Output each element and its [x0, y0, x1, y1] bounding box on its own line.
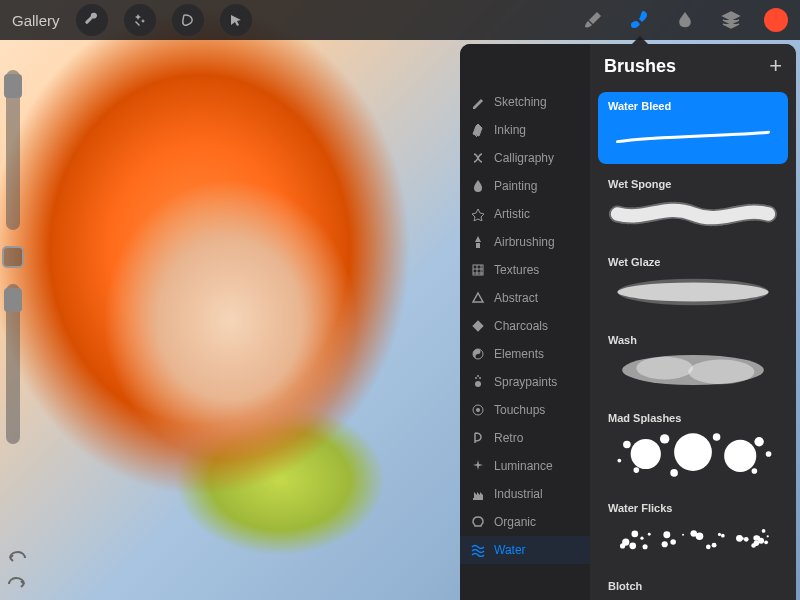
category-item[interactable]: Organic: [460, 508, 590, 536]
brush-item[interactable]: Water Flicks: [598, 494, 788, 566]
droplet-icon: [470, 179, 486, 193]
category-item[interactable]: Charcoals: [460, 312, 590, 340]
add-brush-button[interactable]: +: [769, 53, 782, 79]
category-item[interactable]: Calligraphy: [460, 144, 590, 172]
brush-item[interactable]: Water Bleed: [598, 92, 788, 164]
gallery-button[interactable]: Gallery: [12, 12, 60, 29]
category-item[interactable]: Industrial: [460, 480, 590, 508]
category-item[interactable]: Textures: [460, 256, 590, 284]
brush-item[interactable]: Blotch: [598, 572, 788, 600]
brush-scroll[interactable]: Water BleedWet SpongeWet GlazeWashMad Sp…: [590, 44, 796, 600]
svg-point-5: [479, 377, 481, 379]
selection-icon: [181, 13, 195, 27]
brush-size-slider[interactable]: [6, 70, 20, 230]
svg-point-20: [754, 437, 763, 446]
svg-point-50: [696, 532, 704, 540]
selection-button[interactable]: [172, 4, 204, 36]
category-label: Organic: [494, 515, 536, 529]
category-label: Artistic: [494, 207, 530, 221]
category-item[interactable]: Retro: [460, 424, 590, 452]
svg-point-36: [706, 545, 711, 550]
category-item[interactable]: Elements: [460, 340, 590, 368]
svg-point-3: [475, 381, 481, 387]
svg-point-8: [476, 408, 480, 412]
top-toolbar: Gallery: [0, 0, 800, 40]
wand-icon: [132, 12, 148, 28]
svg-point-43: [632, 531, 639, 538]
svg-point-23: [752, 468, 758, 474]
redo-button[interactable]: [6, 574, 28, 590]
brush-item[interactable]: Mad Splashes: [598, 404, 788, 488]
category-label: Sketching: [494, 95, 547, 109]
svg-point-45: [629, 543, 636, 550]
category-item[interactable]: Artistic: [460, 200, 590, 228]
svg-point-10: [617, 279, 768, 305]
svg-point-22: [670, 469, 678, 477]
brush-library-button[interactable]: [626, 7, 652, 33]
modify-button[interactable]: [2, 246, 24, 268]
undo-button[interactable]: [6, 548, 28, 564]
panel-title: Brushes: [604, 56, 676, 77]
artistic-icon: [470, 207, 486, 221]
redo-icon: [6, 574, 28, 590]
category-label: Painting: [494, 179, 537, 193]
brush-size-thumb[interactable]: [4, 74, 22, 98]
svg-point-4: [475, 377, 477, 379]
category-item[interactable]: Sketching: [460, 88, 590, 116]
svg-point-44: [643, 544, 648, 549]
brush-categories-list[interactable]: SketchingInkingCalligraphyPaintingArtist…: [460, 44, 590, 600]
svg-rect-1: [472, 320, 483, 331]
opacity-thumb[interactable]: [4, 288, 22, 312]
brush-name: Water Bleed: [608, 100, 778, 112]
color-picker-button[interactable]: [764, 8, 788, 32]
category-label: Calligraphy: [494, 151, 554, 165]
category-label: Charcoals: [494, 319, 548, 333]
svg-point-6: [477, 375, 479, 377]
actions-button[interactable]: [124, 4, 156, 36]
svg-point-34: [762, 529, 766, 533]
layers-icon: [720, 9, 742, 31]
retro-icon: [470, 431, 486, 445]
history-controls: [6, 548, 28, 590]
svg-point-30: [663, 531, 670, 538]
category-item[interactable]: Inking: [460, 116, 590, 144]
brush-name: Wet Glaze: [608, 256, 778, 268]
brush-name: Wet Sponge: [608, 178, 778, 190]
category-item[interactable]: Luminance: [460, 452, 590, 480]
category-label: Luminance: [494, 459, 553, 473]
category-item[interactable]: Painting: [460, 172, 590, 200]
svg-point-39: [764, 540, 768, 544]
svg-point-55: [648, 533, 651, 536]
texture-icon: [470, 263, 486, 277]
eraser-tool-button[interactable]: [718, 7, 744, 33]
brush-item[interactable]: Wash: [598, 326, 788, 398]
category-label: Elements: [494, 347, 544, 361]
adjustments-button[interactable]: [76, 4, 108, 36]
airbrush-icon: [470, 235, 486, 249]
paint-tool-button[interactable]: [580, 7, 606, 33]
organic-icon: [470, 515, 486, 529]
panel-header: Brushes +: [590, 44, 796, 88]
category-item[interactable]: Water: [460, 536, 590, 564]
smudge-tool-button[interactable]: [672, 7, 698, 33]
brush-name: Blotch: [608, 580, 778, 592]
arrow-cursor-icon: [229, 13, 243, 27]
category-item[interactable]: Touchups: [460, 396, 590, 424]
category-label: Touchups: [494, 403, 545, 417]
transform-button[interactable]: [220, 4, 252, 36]
category-item[interactable]: Abstract: [460, 284, 590, 312]
opacity-slider[interactable]: [6, 284, 20, 444]
category-item[interactable]: Airbrushing: [460, 228, 590, 256]
brush-name: Mad Splashes: [608, 412, 778, 424]
category-item[interactable]: Spraypaints: [460, 368, 590, 396]
brush-item[interactable]: Wet Sponge: [598, 170, 788, 242]
svg-point-15: [674, 433, 712, 471]
svg-point-13: [688, 360, 754, 385]
water-icon: [470, 543, 486, 557]
charcoal-icon: [470, 319, 486, 333]
svg-point-16: [724, 440, 756, 472]
brush-name: Water Flicks: [608, 502, 778, 514]
brush-icon: [627, 8, 651, 32]
abstract-icon: [470, 291, 486, 305]
brush-item[interactable]: Wet Glaze: [598, 248, 788, 320]
